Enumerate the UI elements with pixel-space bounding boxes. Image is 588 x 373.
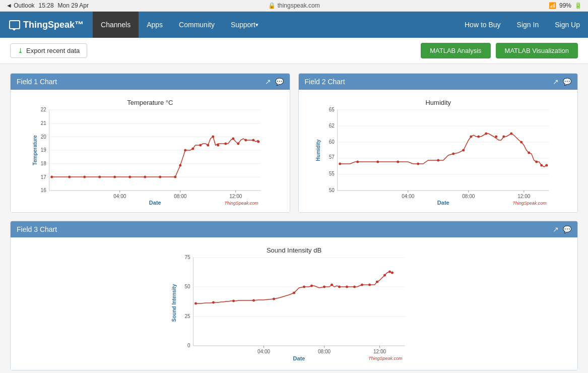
svg-point-85 (520, 141, 522, 144)
svg-point-39 (212, 136, 214, 138)
svg-point-125 (376, 281, 378, 283)
brand[interactable]: ThingSpeak™ (0, 12, 93, 38)
field3-svg: Sound Intensity dB Sound Intensity 75 50 (16, 242, 572, 363)
svg-point-38 (207, 144, 209, 147)
svg-text:ThingSpeak.com: ThingSpeak.com (512, 201, 547, 206)
matlab-buttons: MATLAB Analysis MATLAB Visualization (421, 43, 578, 58)
svg-point-113 (252, 299, 255, 302)
time: 15:28 (39, 2, 54, 9)
svg-text:12:00: 12:00 (517, 194, 530, 199)
url-bar: 🔒 thingspeak.com (268, 2, 319, 9)
svg-point-41 (224, 143, 227, 145)
svg-point-111 (212, 301, 215, 304)
svg-point-30 (128, 176, 131, 178)
svg-point-77 (452, 153, 454, 155)
svg-point-35 (184, 149, 186, 152)
nav-how-to-buy[interactable]: How to Buy (456, 21, 509, 29)
field2-svg: Humidity Humidity 65 62 (304, 95, 573, 206)
svg-point-28 (98, 176, 101, 178)
field2-expand-icon[interactable]: ↗ (553, 78, 559, 86)
lock-icon: 🔒 (268, 2, 276, 9)
svg-point-88 (540, 164, 543, 167)
svg-point-78 (462, 149, 465, 152)
svg-point-122 (353, 286, 356, 288)
svg-text:21: 21 (41, 120, 47, 126)
field1-title: Field 1 Chart (17, 78, 57, 86)
nav-sign-in[interactable]: Sign In (509, 21, 547, 29)
svg-point-120 (338, 286, 341, 288)
svg-text:Sound Intensity dB: Sound Intensity dB (267, 246, 321, 254)
svg-point-84 (510, 133, 512, 135)
svg-text:04:00: 04:00 (257, 349, 270, 354)
svg-text:Temperature °C: Temperature °C (127, 99, 173, 106)
svg-point-33 (174, 176, 176, 178)
svg-point-121 (346, 286, 348, 288)
svg-point-115 (293, 292, 295, 294)
wifi-icon: 📶 (549, 2, 556, 9)
svg-point-86 (528, 152, 530, 154)
svg-point-79 (470, 136, 472, 138)
field1-body: Temperature °C Temperature (11, 90, 290, 212)
brand-icon (9, 20, 20, 29)
svg-text:19: 19 (41, 147, 47, 153)
nav-community[interactable]: Community (171, 12, 223, 38)
field1-chart-card: Field 1 Chart ↗ 💬 Temperature °C Tempera… (10, 73, 290, 213)
status-bar: ◄ Outlook 15:28 Mon 29 Apr 🔒 thingspeak.… (0, 0, 588, 12)
status-right: 📶 99% 🔋 (549, 2, 582, 9)
field3-chart-card: Field 3 Chart ↗ 💬 Sound Intensity dB Sou… (10, 221, 578, 370)
action-bar: ⤓ Export recent data MATLAB Analysis MAT… (0, 38, 588, 64)
field3-comment-icon[interactable]: 💬 (563, 225, 571, 233)
matlab-visualization-button[interactable]: MATLAB Visualization (496, 43, 578, 58)
svg-point-74 (397, 161, 399, 163)
charts-bottom-row: Field 3 Chart ↗ 💬 Sound Intensity dB Sou… (10, 221, 578, 370)
svg-text:18: 18 (41, 161, 47, 166)
svg-point-42 (232, 138, 234, 140)
nav-support[interactable]: Support (223, 12, 267, 38)
svg-point-43 (237, 143, 239, 145)
svg-point-29 (113, 176, 116, 178)
svg-point-127 (388, 271, 391, 273)
field1-comment-icon[interactable]: 💬 (275, 78, 284, 86)
svg-point-112 (232, 300, 235, 302)
svg-text:20: 20 (41, 134, 47, 140)
svg-text:50: 50 (329, 188, 335, 193)
svg-text:65: 65 (329, 107, 335, 112)
field2-comment-icon[interactable]: 💬 (563, 78, 571, 86)
matlab-analysis-button[interactable]: MATLAB Analysis (421, 43, 490, 58)
field1-svg: Temperature °C Temperature (16, 95, 285, 206)
svg-text:12:00: 12:00 (373, 349, 386, 354)
svg-point-89 (545, 164, 548, 167)
nav-sign-up[interactable]: Sign Up (547, 21, 588, 29)
nav-apps[interactable]: Apps (139, 12, 171, 38)
svg-text:57: 57 (329, 154, 335, 160)
svg-point-128 (391, 272, 394, 274)
svg-point-36 (191, 148, 194, 150)
svg-point-32 (159, 176, 161, 178)
export-button[interactable]: ⤓ Export recent data (10, 43, 87, 58)
nav-channels[interactable]: Channels (93, 12, 139, 38)
field1-expand-icon[interactable]: ↗ (265, 78, 271, 86)
field3-header: Field 3 Chart ↗ 💬 (11, 221, 577, 237)
svg-point-73 (376, 161, 379, 163)
brand-name: ThingSpeak™ (23, 20, 84, 30)
svg-point-72 (356, 161, 359, 163)
field1-header: Field 1 Chart ↗ 💬 (11, 74, 290, 90)
svg-text:08:00: 08:00 (462, 194, 475, 199)
main-content: Field 1 Chart ↗ 💬 Temperature °C Tempera… (0, 64, 588, 373)
export-icon: ⤓ (18, 47, 23, 54)
field2-title: Field 2 Chart (305, 78, 345, 86)
svg-point-75 (417, 163, 419, 165)
svg-point-31 (144, 176, 146, 178)
battery-level: 99% (559, 2, 571, 9)
svg-text:Humidity: Humidity (425, 99, 451, 106)
svg-text:25: 25 (184, 314, 190, 319)
battery-icon: 🔋 (574, 2, 582, 9)
field3-icons: ↗ 💬 (553, 225, 571, 233)
field3-expand-icon[interactable]: ↗ (553, 225, 559, 233)
svg-point-34 (179, 164, 181, 167)
nav-right: How to Buy Sign In Sign Up (456, 12, 588, 38)
field2-chart-card: Field 2 Chart ↗ 💬 Humidity Humidity (298, 73, 578, 213)
svg-point-81 (485, 133, 487, 135)
svg-text:Sound Intensity: Sound Intensity (171, 284, 177, 322)
svg-point-80 (477, 136, 480, 138)
